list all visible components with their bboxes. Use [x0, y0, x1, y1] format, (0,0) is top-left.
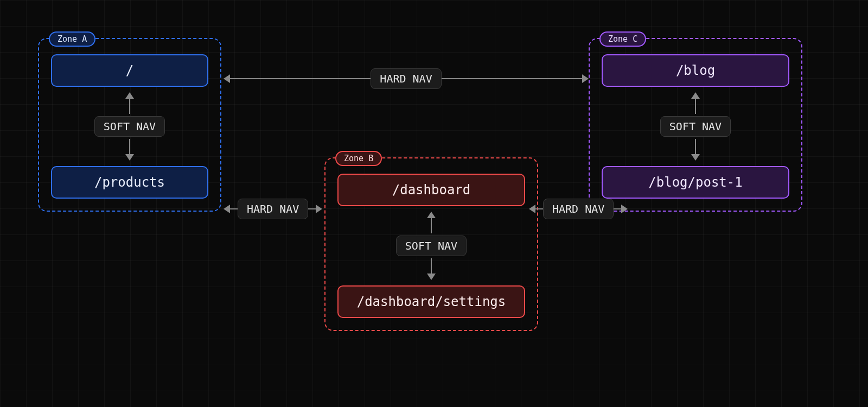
- connector-stem: [129, 139, 130, 154]
- route-root: /: [51, 54, 208, 87]
- connector-stem: [308, 208, 316, 209]
- connector-stem: [431, 218, 432, 233]
- arrowhead-left-icon: [224, 205, 230, 213]
- zone-b: Zone B /dashboard SOFT NAV /dashboard/se…: [324, 157, 538, 331]
- arrowhead-left-icon: [529, 205, 535, 213]
- zone-c: Zone C /blog SOFT NAV /blog/post-1: [589, 38, 802, 212]
- soft-nav-connector-b: SOFT NAV: [396, 212, 467, 280]
- arrowhead-up-icon: [125, 92, 134, 99]
- hard-nav-connector-b-c: HARD NAV: [529, 199, 589, 219]
- connector-stem: [230, 78, 371, 79]
- connector-stem: [695, 99, 696, 114]
- route-blog-post-1: /blog/post-1: [602, 166, 789, 199]
- zone-c-label: Zone C: [599, 31, 646, 47]
- route-products: /products: [51, 166, 208, 199]
- arrowhead-up-icon: [427, 212, 436, 218]
- route-dashboard-settings: /dashboard/settings: [337, 285, 525, 318]
- arrowhead-down-icon: [125, 154, 134, 161]
- soft-nav-connector-a: SOFT NAV: [94, 92, 165, 161]
- arrowhead-right-icon: [582, 74, 589, 83]
- zone-b-label: Zone B: [335, 151, 382, 166]
- connector-stem: [442, 78, 582, 79]
- arrowhead-left-icon: [224, 74, 230, 83]
- hard-nav-label-b-c: HARD NAV: [543, 199, 614, 219]
- connector-stem: [230, 208, 238, 209]
- hard-nav-label-a-c: HARD NAV: [371, 68, 441, 89]
- soft-nav-label-c: SOFT NAV: [660, 116, 731, 137]
- connector-stem: [614, 208, 621, 209]
- connector-stem: [129, 99, 130, 114]
- hard-nav-connector-a-c: HARD NAV: [224, 68, 589, 89]
- connector-stem: [431, 258, 432, 274]
- soft-nav-connector-c: SOFT NAV: [660, 92, 731, 161]
- arrowhead-down-icon: [427, 274, 436, 280]
- hard-nav-label-a-b: HARD NAV: [238, 199, 308, 219]
- arrowhead-up-icon: [691, 92, 700, 99]
- arrowhead-down-icon: [691, 154, 700, 161]
- connector-stem: [695, 139, 696, 154]
- soft-nav-label-a: SOFT NAV: [94, 116, 165, 137]
- soft-nav-label-b: SOFT NAV: [396, 236, 467, 256]
- arrowhead-right-icon: [621, 205, 628, 213]
- zone-a-label: Zone A: [49, 31, 95, 47]
- route-dashboard: /dashboard: [337, 174, 525, 206]
- connector-stem: [535, 208, 543, 209]
- arrowhead-right-icon: [316, 205, 322, 213]
- zone-a: Zone A / SOFT NAV /products: [38, 38, 221, 212]
- route-blog: /blog: [602, 54, 789, 87]
- hard-nav-connector-a-b: HARD NAV: [224, 199, 324, 219]
